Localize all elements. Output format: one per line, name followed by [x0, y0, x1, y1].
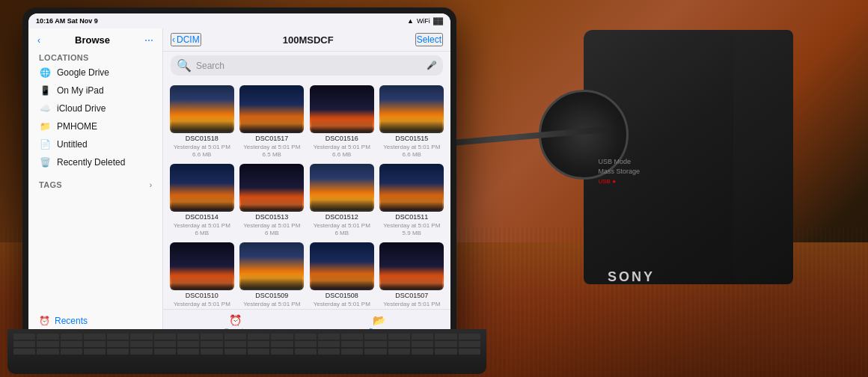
- keyboard-key[interactable]: [61, 341, 82, 347]
- keyboard-key[interactable]: [388, 349, 410, 355]
- keyboard-key[interactable]: [318, 341, 340, 347]
- file-item[interactable]: DSC01514 Yesterday at 5:01 PM6 MB: [169, 164, 235, 238]
- keyboard-key[interactable]: [364, 349, 386, 355]
- keyboard-key[interactable]: [412, 349, 433, 355]
- keyboard-key[interactable]: [459, 349, 480, 355]
- keyboard-key[interactable]: [154, 349, 176, 355]
- keyboard-key[interactable]: [37, 334, 58, 340]
- file-thumbnail: [310, 164, 374, 212]
- keyboard-key[interactable]: [84, 341, 106, 347]
- keyboard-key[interactable]: [435, 341, 456, 347]
- keyboard-key[interactable]: [412, 341, 433, 347]
- keyboard-key[interactable]: [412, 334, 433, 340]
- keyboard-key[interactable]: [13, 341, 35, 347]
- keyboard-key[interactable]: [107, 349, 129, 355]
- file-meta: Yesterday at 5:01 PM5.9 MB: [174, 301, 230, 309]
- keyboard-key[interactable]: [84, 334, 106, 340]
- keyboard-key[interactable]: [130, 341, 152, 347]
- keyboard-key[interactable]: [248, 334, 269, 340]
- file-item[interactable]: DSC01509 Yesterday at 5:01 PM5.9 MB: [239, 242, 305, 309]
- back-button[interactable]: ‹ DCIM: [171, 33, 201, 46]
- file-meta: Yesterday at 5:01 PM5.9 MB: [383, 301, 440, 309]
- file-item[interactable]: DSC01507 Yesterday at 5:01 PM5.9 MB: [379, 242, 445, 309]
- recents-label[interactable]: Recents: [55, 316, 88, 326]
- sidebar-item-icloud-drive[interactable]: ☁️ iCloud Drive: [28, 99, 162, 117]
- mic-icon[interactable]: 🎤: [427, 61, 437, 70]
- keyboard-key[interactable]: [435, 334, 456, 340]
- keyboard-key[interactable]: [388, 341, 410, 347]
- sidebar-more-icon[interactable]: ⋯: [144, 35, 153, 46]
- sidebar-item-untitled[interactable]: 📄 Untitled: [28, 135, 162, 153]
- file-item[interactable]: DSC01511 Yesterday at 5:01 PM5.9 MB: [379, 164, 445, 238]
- loc-icon-icloud: ☁️: [39, 102, 51, 114]
- file-item[interactable]: DSC01508 Yesterday at 5:01 PM5.9 MB: [309, 242, 375, 309]
- keyboard-key[interactable]: [271, 341, 293, 347]
- keyboard-key[interactable]: [248, 341, 269, 347]
- file-meta: Yesterday at 5:01 PM6.5 MB: [243, 144, 300, 159]
- keyboard-key[interactable]: [177, 334, 199, 340]
- file-thumbnail: [310, 242, 374, 290]
- sidebar-item-recently-deleted[interactable]: 🗑️ Recently Deleted: [28, 153, 162, 171]
- select-button[interactable]: Select: [415, 33, 443, 46]
- keyboard-key[interactable]: [295, 334, 317, 340]
- keyboard-key[interactable]: [248, 349, 269, 355]
- keyboard-key[interactable]: [388, 334, 410, 340]
- keyboard-key[interactable]: [13, 334, 35, 340]
- keyboard-key[interactable]: [37, 349, 58, 355]
- search-input-wrap[interactable]: 🔍 Search 🎤: [171, 55, 443, 76]
- keyboard-key[interactable]: [341, 341, 363, 347]
- sidebar-browse-title: Browse: [75, 34, 110, 46]
- locations-section-title: Locations: [28, 49, 162, 64]
- camera-usb-mode-text: USB Mode Mass Storage USB ●: [598, 157, 640, 186]
- keyboard-key[interactable]: [364, 341, 386, 347]
- keyboard-key[interactable]: [224, 341, 246, 347]
- keyboard-key[interactable]: [107, 334, 129, 340]
- keyboard-key[interactable]: [341, 349, 363, 355]
- keyboard-key[interactable]: [459, 334, 480, 340]
- keyboard-key[interactable]: [201, 341, 222, 347]
- file-item[interactable]: DSC01515 Yesterday at 5:01 PM6.6 MB: [379, 85, 445, 159]
- keyboard-key[interactable]: [13, 349, 35, 355]
- keyboard-key[interactable]: [130, 349, 152, 355]
- sidebar-item-on-my-ipad[interactable]: 📱 On My iPad: [28, 82, 162, 99]
- keyboard-key[interactable]: [224, 349, 246, 355]
- file-item[interactable]: DSC01513 Yesterday at 5:01 PM6 MB: [239, 164, 305, 238]
- keyboard-key[interactable]: [37, 341, 58, 347]
- keyboard-key[interactable]: [318, 334, 340, 340]
- keyboard-key[interactable]: [341, 334, 363, 340]
- keyboard-key[interactable]: [435, 349, 456, 355]
- keyboard-key[interactable]: [201, 334, 222, 340]
- file-item[interactable]: DSC01512 Yesterday at 5:01 PM6 MB: [309, 164, 375, 238]
- keyboard-key[interactable]: [318, 349, 340, 355]
- sidebar-item-pmhome[interactable]: 📁 PMHOME: [28, 117, 162, 135]
- keyboard-key[interactable]: [177, 341, 199, 347]
- file-name: DSC01511: [395, 213, 428, 221]
- search-bar: 🔍 Search 🎤: [163, 52, 450, 79]
- keyboard-key[interactable]: [224, 334, 246, 340]
- keyboard-key[interactable]: [201, 349, 222, 355]
- loc-icon-folder: 📁: [39, 120, 51, 132]
- keyboard-key[interactable]: [61, 334, 82, 340]
- keyboard-key[interactable]: [295, 349, 317, 355]
- keyboard-key[interactable]: [295, 341, 317, 347]
- keyboard-key[interactable]: [177, 349, 199, 355]
- keyboard-key[interactable]: [154, 341, 176, 347]
- keyboard-key[interactable]: [364, 334, 386, 340]
- keyboard-key[interactable]: [61, 349, 82, 355]
- keyboard-key[interactable]: [271, 349, 293, 355]
- file-name: DSC01513: [255, 213, 288, 221]
- file-item[interactable]: DSC01517 Yesterday at 5:01 PM6.5 MB: [239, 85, 305, 159]
- tags-header[interactable]: Tags ›: [28, 177, 162, 192]
- keyboard-key[interactable]: [271, 334, 293, 340]
- sidebar-item-google-drive[interactable]: 🌐 Google Drive: [28, 64, 162, 82]
- keyboard-key[interactable]: [107, 341, 129, 347]
- keyboard-key[interactable]: [84, 349, 106, 355]
- file-item[interactable]: DSC01518 Yesterday at 5:01 PM6.6 MB: [169, 85, 235, 159]
- file-item[interactable]: DSC01516 Yesterday at 5:01 PM6.6 MB: [309, 85, 375, 159]
- keyboard-key[interactable]: [459, 341, 480, 347]
- file-item[interactable]: DSC01510 Yesterday at 5:01 PM5.9 MB: [169, 242, 235, 309]
- loc-label: On My iPad: [57, 85, 104, 96]
- keyboard-key[interactable]: [154, 334, 176, 340]
- keyboard-key[interactable]: [130, 334, 152, 340]
- back-icon[interactable]: ‹: [37, 35, 40, 46]
